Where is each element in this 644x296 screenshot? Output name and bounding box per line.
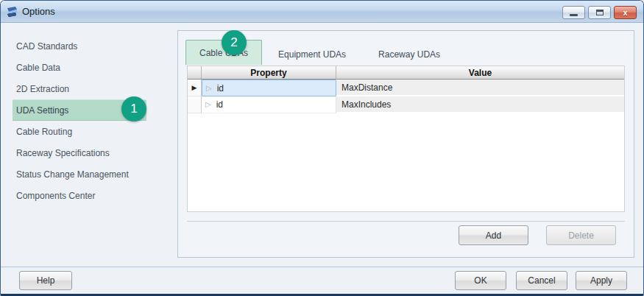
property-cell[interactable]: ▷ id: [202, 96, 336, 113]
grid-header-gutter: [188, 66, 202, 79]
sidebar-item-cad-standards[interactable]: CAD Standards: [13, 35, 146, 57]
table-row[interactable]: ▷ id MaxIncludes: [188, 96, 624, 113]
property-text: id: [217, 83, 224, 94]
step-1-badge: 1: [121, 96, 146, 121]
property-text: id: [216, 99, 223, 110]
add-button[interactable]: Add: [459, 225, 528, 245]
value-cell[interactable]: MaxIncludes: [336, 96, 624, 113]
property-cell[interactable]: ▷ id: [202, 80, 336, 96]
table-row[interactable]: ▶ ▷ id MaxDistance: [188, 80, 624, 96]
value-text: MaxIncludes: [342, 99, 391, 110]
panel-divider: [187, 221, 625, 222]
minimize-icon[interactable]: [562, 6, 585, 19]
uda-grid: Property Value ▶ ▷ id MaxDistance ▷: [187, 66, 625, 212]
row-header-cell[interactable]: ▶: [188, 80, 202, 96]
current-row-indicator-icon: ▶: [192, 85, 197, 91]
footer-divider: [1, 267, 643, 267]
sidebar-item-2d-extraction[interactable]: 2D Extraction: [13, 78, 146, 99]
column-header-property[interactable]: Property: [202, 66, 336, 79]
sidebar-item-cable-routing[interactable]: Cable Routing: [13, 121, 146, 142]
value-cell[interactable]: MaxDistance: [336, 80, 624, 96]
uda-settings-panel: Cable UDAs Equipment UDAs Raceway UDAs P…: [177, 30, 634, 258]
window-title: Options: [22, 6, 55, 17]
options-dialog: Options x CAD Standards Cable Data 2D Ex…: [0, 0, 644, 296]
cancel-button[interactable]: Cancel: [516, 271, 567, 290]
value-text: MaxDistance: [342, 82, 392, 93]
sidebar-item-components-center[interactable]: Components Center: [13, 185, 146, 206]
column-header-value[interactable]: Value: [336, 66, 624, 79]
expand-row-icon[interactable]: ▷: [206, 85, 212, 92]
sidebar-item-raceway-specifications[interactable]: Raceway Specifications: [13, 142, 146, 163]
sidebar-item-cable-data[interactable]: Cable Data: [13, 57, 146, 78]
sidebar-item-status-change-management[interactable]: Status Change Management: [13, 163, 146, 185]
titlebar[interactable]: Options x: [1, 1, 643, 23]
apply-button[interactable]: Apply: [576, 271, 627, 290]
step-2-badge: 2: [222, 30, 247, 55]
tab-equipment-udas[interactable]: Equipment UDAs: [262, 44, 362, 65]
help-button[interactable]: Help: [19, 271, 72, 290]
maximize-icon[interactable]: [588, 6, 611, 19]
delete-button[interactable]: Delete: [546, 225, 616, 245]
app-icon: [6, 6, 18, 18]
grid-header-row: Property Value: [188, 66, 624, 80]
uda-tabstrip: Cable UDAs Equipment UDAs Raceway UDAs: [185, 40, 626, 65]
tab-raceway-udas[interactable]: Raceway UDAs: [362, 44, 456, 65]
ok-button[interactable]: OK: [455, 271, 506, 290]
window-controls: x: [562, 6, 637, 19]
close-icon[interactable]: x: [614, 6, 637, 19]
sidebar: CAD Standards Cable Data 2D Extraction U…: [13, 35, 146, 206]
row-header-cell[interactable]: [188, 96, 202, 113]
expand-row-icon[interactable]: ▷: [205, 101, 211, 108]
